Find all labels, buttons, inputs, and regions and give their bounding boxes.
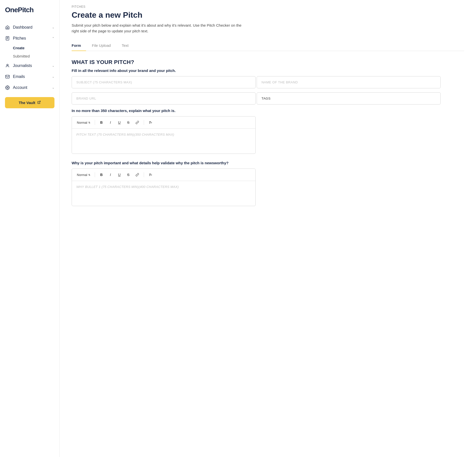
tabs-container: Form File Upload Text <box>72 41 464 51</box>
page-title: Create a new Pitch <box>72 10 464 20</box>
tab-text[interactable]: Text <box>122 41 134 51</box>
pitch-toolbar: Normal ⇅ B I U S Tx <box>72 116 255 129</box>
toolbar-divider-2 <box>144 120 144 125</box>
sidebar-label-journalists: Journalists <box>13 63 32 68</box>
logo: OnePitch <box>0 6 59 22</box>
why-toolbar: Normal ⇅ B I U S Tx <box>72 169 255 181</box>
person-icon <box>5 63 10 68</box>
why-strikethrough-button[interactable]: S <box>125 171 132 178</box>
underline-button[interactable]: U <box>116 119 123 126</box>
main-content: PITCHES Create a new Pitch Submit your p… <box>60 0 476 457</box>
why-text-editor: Normal ⇅ B I U S Tx WHY BULLET 1 (75 CHA… <box>72 169 256 206</box>
tab-form[interactable]: Form <box>72 41 86 51</box>
why-text-body[interactable]: WHY BULLET 1 (75 CHARACTERS MIN)(400 CHA… <box>72 181 255 206</box>
svg-line-4 <box>39 101 40 103</box>
why-format-select[interactable]: Normal ⇅ <box>75 172 92 178</box>
sidebar-item-journalists[interactable]: Journalists ⌄ <box>0 60 59 71</box>
logo-text: OnePitch <box>5 6 34 14</box>
chevron-down-icon: ⌄ <box>52 26 54 29</box>
pitch-text-label: In no more than 350 characters, explain … <box>72 109 464 113</box>
form-section-title: WHAT IS YOUR PITCH? <box>72 59 464 65</box>
external-link-icon <box>37 101 41 105</box>
link-button[interactable] <box>134 119 141 126</box>
breadcrumb: PITCHES <box>72 5 464 8</box>
pitch-text-editor: Normal ⇅ B I U S Tx PITCH TEXT (75 CHARA… <box>72 116 256 154</box>
sidebar-label-emails: Emails <box>13 74 25 79</box>
why-underline-button[interactable]: U <box>116 171 123 178</box>
why-clear-format-button[interactable]: Tx <box>147 171 154 178</box>
why-bold-button[interactable]: B <box>98 171 105 178</box>
format-select[interactable]: Normal ⇅ <box>75 120 92 125</box>
why-toolbar-divider-1 <box>95 172 95 177</box>
why-link-button[interactable] <box>134 171 141 178</box>
chevron-down-icon-account: ⌄ <box>52 86 54 89</box>
sidebar-label-dashboard: Dashboard <box>13 25 32 30</box>
italic-button[interactable]: I <box>107 119 114 126</box>
svg-rect-2 <box>6 75 9 78</box>
select-arrows-icon: ⇅ <box>88 121 90 124</box>
strikethrough-button[interactable]: S <box>125 119 132 126</box>
chevron-down-icon-journalists: ⌄ <box>52 64 54 67</box>
why-italic-button[interactable]: I <box>107 171 114 178</box>
sidebar-subitem-create[interactable]: Create <box>0 44 59 52</box>
sidebar-item-emails[interactable]: Emails ⌄ <box>0 71 59 82</box>
tags-input[interactable] <box>257 92 441 105</box>
clear-format-button[interactable]: Tx <box>147 119 154 126</box>
sidebar-label-pitches: Pitches <box>13 36 26 41</box>
pitch-text-body[interactable]: PITCH TEXT (75 CHARACTERS MIN)(350 CHARA… <box>72 129 255 154</box>
brand-name-input[interactable] <box>257 76 441 88</box>
sidebar-item-account[interactable]: Account ⌄ <box>0 82 59 93</box>
sidebar-item-pitches[interactable]: Pitches ⌃ <box>0 33 59 44</box>
tab-file-upload[interactable]: File Upload <box>92 41 116 51</box>
gear-icon <box>5 85 10 90</box>
why-toolbar-divider-2 <box>144 172 144 177</box>
sidebar-item-dashboard[interactable]: Dashboard ⌄ <box>0 22 59 33</box>
why-label: Why is your pitch important and what det… <box>72 161 246 165</box>
form-section-label: Fill in all the relevant info about your… <box>72 68 464 73</box>
chevron-up-icon: ⌃ <box>52 37 54 40</box>
toolbar-divider-1 <box>95 120 95 125</box>
page-subtitle: Submit your pitch below and explain what… <box>72 23 246 34</box>
svg-point-3 <box>7 87 8 88</box>
chevron-down-icon-emails: ⌄ <box>52 75 54 78</box>
email-icon <box>5 74 10 79</box>
vault-button[interactable]: The Vault <box>5 97 54 108</box>
vault-button-label: The Vault <box>19 101 35 105</box>
why-select-arrows-icon: ⇅ <box>88 173 90 176</box>
brand-url-input[interactable] <box>72 92 256 105</box>
sidebar-label-account: Account <box>13 85 27 90</box>
document-icon <box>5 36 10 41</box>
svg-point-1 <box>7 64 8 66</box>
sidebar-subitem-submitted[interactable]: Submitted <box>0 52 59 60</box>
subject-input[interactable] <box>72 76 256 88</box>
bold-button[interactable]: B <box>98 119 105 126</box>
home-icon <box>5 25 10 30</box>
sidebar: OnePitch Dashboard ⌄ Pitches ⌃ <box>0 0 60 457</box>
